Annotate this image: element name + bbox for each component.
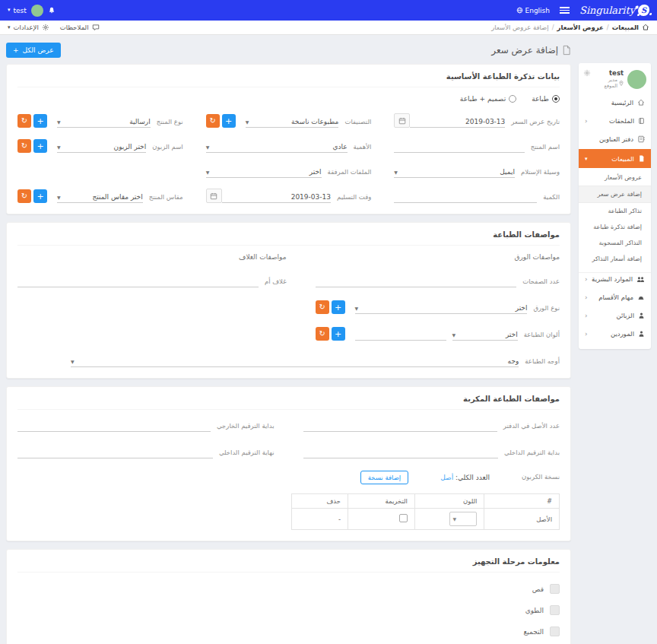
breadcrumb-item-quotes[interactable]: عروض الأسعار [557, 24, 604, 31]
refresh-categories-button[interactable]: ↻ [206, 114, 220, 128]
finishing-option-cut: قص [17, 584, 560, 594]
add-customer-button[interactable]: + [33, 139, 47, 153]
notes-shortcut[interactable]: الملاحظات [60, 24, 100, 31]
print-colors-input[interactable] [355, 327, 446, 341]
submenu-print-tickets[interactable]: تذاكر الطباعة [579, 203, 651, 219]
attached-files-select[interactable]: اختر ▼ [206, 164, 322, 178]
add-size-button[interactable]: + [33, 189, 47, 203]
sidebar-item-suppliers[interactable]: الموردين ‹ [579, 325, 651, 343]
page-body: test مدير الموقع الرئيسية ا [0, 35, 657, 644]
sidebar-item-department-tasks[interactable]: مهام الأقسام ‹ [579, 288, 651, 306]
notes-label: الملاحظات [60, 24, 89, 31]
sidebar-item-attachments[interactable]: الملحقات ‹ [579, 112, 651, 130]
product-size-select[interactable]: اختر مقاس المنتج ▼ [57, 189, 143, 203]
perforation-checkbox[interactable] [399, 514, 408, 522]
print-colors-select[interactable]: اختر ▼ [452, 327, 518, 341]
row-name-cell: الأصل [484, 509, 560, 530]
sidebar-item-address-book[interactable]: دفتر العناوين [579, 130, 651, 148]
product-name-input[interactable] [394, 139, 524, 153]
submenu-add-print-ticket[interactable]: إضافة تذكرة طباعة [579, 219, 651, 235]
navbar-left-group: test ▾ [8, 5, 56, 17]
categories-field: التصنيفات مطبوعات ناسخة ▼ + ↻ [206, 113, 372, 128]
home-icon[interactable] [642, 24, 649, 31]
paper-type-select[interactable]: اختر ▼ [355, 300, 528, 314]
panel-finishing: معلومات مرحلة التجهيز قص الطوي التجميع ا… [6, 549, 571, 644]
radio-print[interactable]: طباعة [532, 95, 560, 103]
refresh-customers-button[interactable]: ↻ [17, 139, 31, 153]
brand-logo[interactable]: S Singularity [579, 5, 649, 16]
settings-menu[interactable]: الإعدادات ▾ [8, 24, 49, 31]
pages-count-input[interactable] [316, 274, 517, 287]
refresh-sizes-button[interactable]: ↻ [17, 189, 31, 203]
calendar-icon[interactable] [394, 113, 410, 128]
submenu-withdrawn-tickets[interactable]: التذاكر المسحوبة [579, 235, 651, 251]
user-avatar[interactable] [31, 5, 43, 17]
menu-toggle-icon[interactable] [560, 7, 570, 14]
sidebar-item-customers[interactable]: الزبائن ‹ [579, 306, 651, 325]
sidebar-avatar[interactable] [627, 70, 646, 89]
add-print-color-button[interactable]: + [332, 327, 345, 341]
panel-finishing-title: معلومات مرحلة التجهيز [17, 557, 560, 573]
quote-date-field: تاريخ عرض السعر 2019-03-13 [394, 113, 560, 128]
breadcrumb-item-sales[interactable]: المبيعات [612, 24, 639, 31]
submenu-add-price-quote[interactable]: إضافة عرض سعر [579, 186, 651, 203]
total-count-value: أصل [440, 474, 453, 481]
basic-fields-grid: تاريخ عرض السعر 2019-03-13 التصنيفات مطب… [17, 113, 560, 203]
submenu-price-quotes[interactable]: عروض الأسعار [579, 170, 651, 186]
panel-print-specs: مواصفات الطباعة مواصفات الورق مواصفات ال… [6, 222, 571, 379]
originals-count-input[interactable] [303, 418, 497, 432]
chevron-down-icon: ▼ [355, 306, 359, 312]
refresh-print-colors-button[interactable]: ↻ [316, 327, 329, 341]
categories-select[interactable]: مطبوعات ناسخة ▼ [246, 114, 339, 128]
sidebar-item-sales[interactable]: المبيعات ▾ [579, 149, 651, 168]
sidebar-item-label: الزبائن [617, 312, 634, 319]
sidebar-item-label: المبيعات [611, 155, 634, 163]
collate-checkbox[interactable] [550, 627, 560, 636]
chevron-down-icon: ▼ [206, 170, 210, 176]
cover-input[interactable] [17, 274, 259, 287]
quantity-input[interactable] [394, 189, 537, 203]
add-copy-button[interactable]: إضافة نسخة [360, 471, 408, 484]
add-category-button[interactable]: + [222, 114, 236, 128]
user-menu[interactable]: test ▾ [8, 7, 27, 14]
paper-type-field: نوع الورق اختر ▼ + ↻ [316, 300, 560, 314]
customer-select[interactable]: اختر الزبون ▼ [57, 139, 146, 153]
product-size-field: مقاس المنتج اختر مقاس المنتج ▼ + ↻ [17, 189, 183, 203]
view-all-button[interactable]: عرض الكل + [6, 43, 61, 58]
table-row: الأصل ▼ - [292, 509, 560, 530]
language-switcher[interactable]: English [516, 7, 551, 14]
add-paper-type-button[interactable]: + [332, 300, 345, 314]
product-type-select[interactable]: ارسالية ▼ [57, 114, 151, 128]
gear-icon[interactable] [583, 69, 591, 77]
submenu-add-ticket-prices[interactable]: إضافة أسعار التذاكر [579, 251, 651, 267]
internal-numbering-end-input[interactable] [17, 445, 213, 458]
chevron-left-icon: ‹ [585, 117, 588, 125]
radio-design-print[interactable]: تصميم + طباعة [460, 95, 516, 103]
refresh-paper-types-button[interactable]: ↻ [316, 300, 329, 314]
navbar-right-group: S Singularity English [516, 5, 649, 16]
sidebar-item-home[interactable]: الرئيسية [579, 94, 651, 112]
print-sides-select[interactable]: وجه ▼ [71, 354, 519, 367]
fold-checkbox[interactable] [550, 605, 560, 615]
sidebar-item-hr[interactable]: الموارد البشرية ‹ [579, 272, 651, 288]
refresh-product-type-button[interactable]: ↻ [17, 114, 31, 128]
cut-checkbox[interactable] [550, 584, 560, 594]
calendar-icon[interactable] [206, 189, 222, 203]
importance-select[interactable]: عادي ▼ [206, 139, 348, 153]
chevron-down-icon: ▼ [452, 516, 456, 522]
internal-numbering-start-input[interactable] [303, 445, 499, 458]
chevron-down-icon: ▼ [246, 119, 249, 125]
delivery-time-input[interactable]: 2019-03-13 [222, 189, 331, 203]
bell-icon[interactable] [48, 6, 56, 14]
add-product-type-button[interactable]: + [33, 114, 47, 128]
sidebar-item-label: الملحقات [609, 117, 634, 125]
pages-count-field: عدد الصفحات [316, 273, 560, 287]
ticket-type-radios: طباعة تصميم + طباعة [17, 95, 560, 103]
print-colors-field: ألوان الطباعة اختر ▼ + ↻ [316, 326, 560, 341]
color-picker[interactable]: ▼ [449, 512, 477, 526]
helmet-icon [637, 293, 645, 301]
quote-date-input[interactable]: 2019-03-13 [410, 114, 505, 128]
external-numbering-start-input[interactable] [17, 418, 211, 432]
sidebar-username: test [595, 69, 624, 77]
receive-method-select[interactable]: ايميل ▼ [394, 164, 515, 178]
